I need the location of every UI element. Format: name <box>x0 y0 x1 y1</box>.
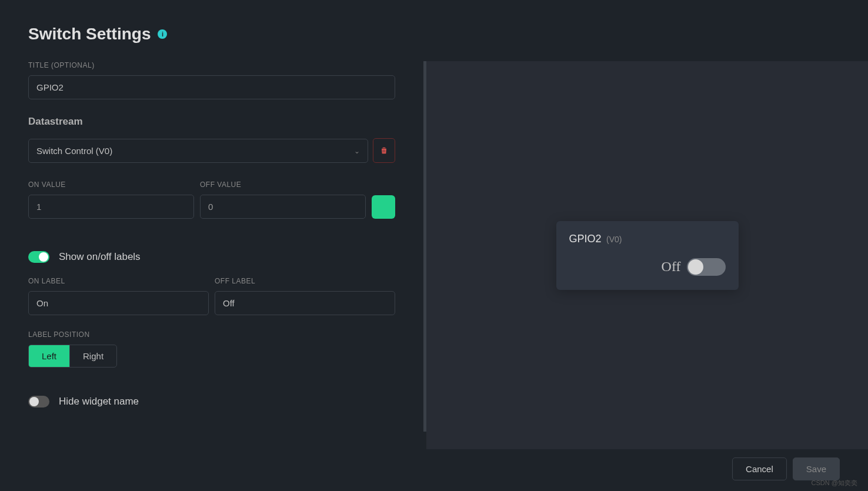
preview-title-row: GPIO2 (V0) <box>569 233 726 245</box>
title-input[interactable] <box>28 75 395 99</box>
label-position-right[interactable]: Right <box>69 345 116 367</box>
hide-widget-toggle[interactable] <box>28 396 49 408</box>
preview-title: GPIO2 <box>569 233 602 245</box>
on-value-label: ON VALUE <box>28 181 194 189</box>
on-off-label-row: ON LABEL OFF LABEL <box>28 277 395 315</box>
settings-form: TITLE (OPTIONAL) Datastream Switch Contr… <box>0 61 426 432</box>
page-title: Switch Settings <box>28 25 151 44</box>
preview-state-label: Off <box>662 259 681 275</box>
chevron-down-icon: ⌄ <box>354 147 360 155</box>
on-label-col: ON LABEL <box>28 277 209 315</box>
color-picker-swatch[interactable] <box>372 195 395 219</box>
content-area: TITLE (OPTIONAL) Datastream Switch Contr… <box>0 61 868 449</box>
cancel-button[interactable]: Cancel <box>732 457 787 480</box>
preview-card: GPIO2 (V0) Off <box>556 221 739 290</box>
trash-icon <box>379 146 389 155</box>
delete-datastream-button[interactable] <box>373 138 395 163</box>
datastream-select[interactable]: Switch Control (V0) ⌄ <box>28 139 368 163</box>
off-value-label: OFF VALUE <box>200 181 366 189</box>
off-label-col: OFF LABEL <box>215 277 395 315</box>
show-labels-toggle[interactable] <box>28 251 49 263</box>
off-label-input[interactable] <box>215 291 395 315</box>
datastream-value: Switch Control (V0) <box>36 146 112 156</box>
datastream-row: Switch Control (V0) ⌄ <box>28 138 395 163</box>
hide-widget-toggle-label: Hide widget name <box>59 396 139 408</box>
save-button[interactable]: Save <box>793 457 840 480</box>
datastream-heading: Datastream <box>28 116 395 128</box>
on-value-col: ON VALUE <box>28 181 194 219</box>
preview-panel: GPIO2 (V0) Off <box>426 61 868 449</box>
on-value-input[interactable] <box>28 195 194 219</box>
show-labels-toggle-row: Show on/off labels <box>28 251 395 263</box>
page-header: Switch Settings i <box>0 0 868 61</box>
preview-switch-row: Off <box>569 258 726 276</box>
off-label-label: OFF LABEL <box>215 277 395 285</box>
watermark: CSDN @知奕奕 <box>812 479 857 487</box>
datastream-select-wrapper: Switch Control (V0) ⌄ <box>28 139 368 163</box>
off-value-col: OFF VALUE <box>200 181 366 219</box>
preview-subtitle: (V0) <box>606 235 622 244</box>
on-label-input[interactable] <box>28 291 209 315</box>
on-label-label: ON LABEL <box>28 277 209 285</box>
title-field-label: TITLE (OPTIONAL) <box>28 61 395 69</box>
label-position-label: LABEL POSITION <box>28 330 395 339</box>
hide-widget-toggle-row: Hide widget name <box>28 396 395 408</box>
label-position-segment: Left Right <box>28 345 117 368</box>
off-value-input[interactable] <box>200 195 366 219</box>
preview-switch[interactable] <box>687 258 726 276</box>
label-position-left[interactable]: Left <box>29 345 69 367</box>
info-icon[interactable]: i <box>158 29 167 39</box>
show-labels-toggle-label: Show on/off labels <box>59 251 141 263</box>
on-off-value-row: ON VALUE OFF VALUE <box>28 181 395 219</box>
footer: Cancel Save <box>0 447 868 491</box>
